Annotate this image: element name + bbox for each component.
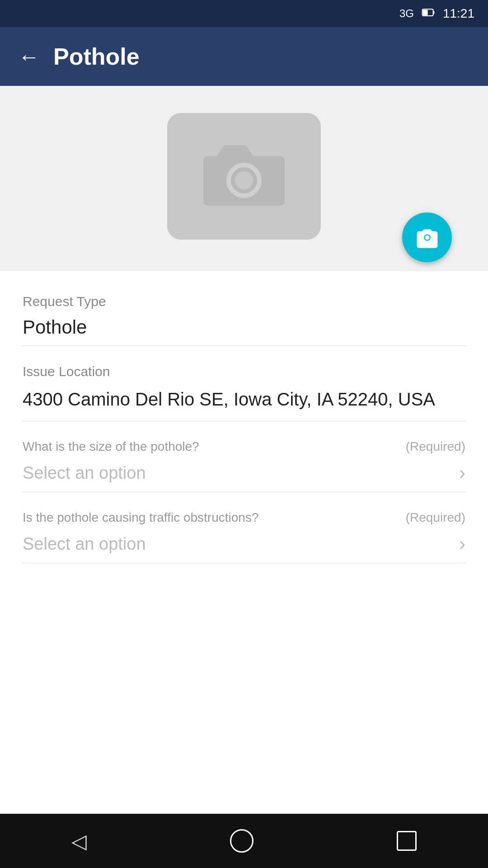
svg-point-4 (235, 171, 253, 189)
nav-recents-button[interactable] (397, 831, 417, 851)
issue-location-value: 4300 Camino Del Rio SE, Iowa City, IA 52… (23, 387, 465, 421)
time-display: 11:21 (443, 6, 474, 21)
svg-rect-1 (433, 11, 435, 14)
size-label-row: What is the size of the pothole? (Requir… (23, 439, 465, 454)
traffic-chevron-icon: › (459, 533, 465, 555)
traffic-label-row: Is the pothole causing traffic obstructi… (23, 510, 465, 525)
header: ← Pothole (0, 27, 488, 86)
signal-icon: 3G (399, 7, 414, 20)
traffic-obstruction-group: Is the pothole causing traffic obstructi… (23, 510, 465, 563)
size-question-label: What is the size of the pothole? (23, 439, 406, 454)
size-chevron-icon: › (459, 462, 465, 484)
traffic-placeholder: Select an option (23, 534, 146, 554)
traffic-required-label: (Required) (406, 510, 465, 525)
back-button[interactable]: ← (18, 44, 40, 69)
form-area: Request Type Pothole Issue Location 4300… (0, 271, 488, 814)
photo-placeholder (167, 113, 321, 240)
size-required-label: (Required) (406, 439, 465, 454)
size-select-button[interactable]: Select an option › (23, 462, 465, 492)
page-title: Pothole (53, 43, 140, 70)
nav-home-button[interactable] (230, 829, 253, 853)
issue-location-label: Issue Location (23, 364, 465, 379)
request-type-group: Request Type Pothole (23, 294, 465, 346)
traffic-question-label: Is the pothole causing traffic obstructi… (23, 510, 406, 525)
photo-area (0, 86, 488, 253)
pothole-size-group: What is the size of the pothole? (Requir… (23, 439, 465, 492)
request-type-value: Pothole (23, 316, 465, 346)
battery-icon (421, 5, 436, 23)
size-placeholder: Select an option (23, 463, 146, 483)
camera-placeholder-icon (199, 136, 289, 217)
camera-fab-button[interactable] (402, 212, 452, 262)
bottom-navigation: ◁ (0, 814, 488, 868)
content-area: Request Type Pothole Issue Location 4300… (0, 86, 488, 814)
issue-location-group: Issue Location 4300 Camino Del Rio SE, I… (23, 364, 465, 421)
nav-back-button[interactable]: ◁ (71, 830, 87, 853)
traffic-select-button[interactable]: Select an option › (23, 533, 465, 563)
svg-rect-2 (423, 9, 428, 15)
camera-fab-icon (415, 225, 440, 250)
status-bar: 3G 11:21 (0, 0, 488, 27)
request-type-label: Request Type (23, 294, 465, 309)
